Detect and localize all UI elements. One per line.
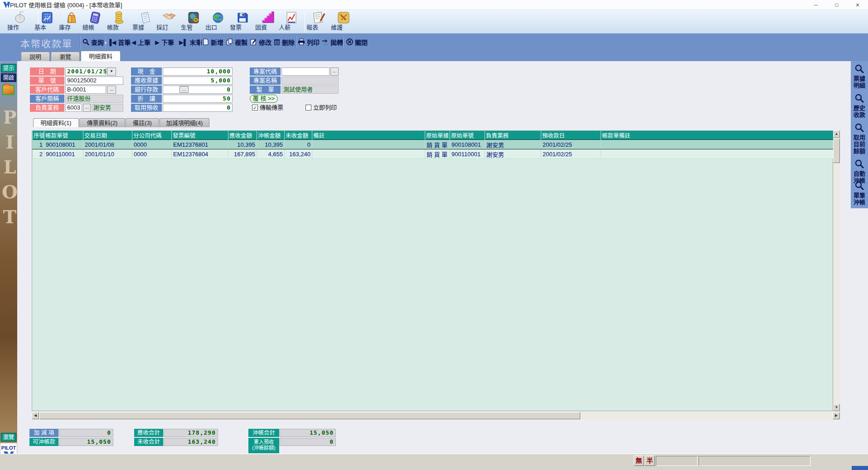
project-code-input[interactable] <box>281 67 330 76</box>
command-separator <box>343 36 344 48</box>
tab-detail[interactable]: 明細資料 <box>81 51 121 61</box>
toolbar-item-inventory[interactable]: 庫存 <box>59 11 84 33</box>
open-button[interactable]: 開啟 <box>1 73 16 82</box>
col-source-no[interactable]: 原始單號 <box>450 131 485 140</box>
vertical-scrollbar[interactable] <box>833 130 840 411</box>
vertical-scroll-thumb[interactable] <box>833 138 840 163</box>
col-offset[interactable]: 沖帳金額 <box>257 131 285 140</box>
bank-deposit-input[interactable]: 0 <box>163 86 233 94</box>
scroll-right-button[interactable]: ▶ <box>833 412 840 419</box>
receivable-total-label: 應收合計 <box>134 429 163 437</box>
maximize-button[interactable]: □ <box>826 0 847 10</box>
customer-code-input[interactable]: B-0001 <box>65 86 106 94</box>
scroll-up-button[interactable]: ▲ <box>833 130 840 138</box>
table-row[interactable]: 2 900110001 2001/01/10 0000 EM12376804 1… <box>33 149 834 159</box>
toolbar-item-ledger[interactable]: 總帳 <box>82 11 108 33</box>
toolbar-item-reports[interactable]: 報表 <box>306 11 332 33</box>
salesperson-lookup-button[interactable]: ... <box>83 104 91 112</box>
use-current-balance-button[interactable]: 取用 目前 餘額 <box>851 123 868 154</box>
note-detail-button[interactable]: 票據 明細 <box>851 64 868 89</box>
prev-record-button[interactable]: ◀ 上筆 <box>131 36 150 48</box>
col-source-type[interactable]: 原始單據 <box>425 131 450 140</box>
edit-button[interactable]: 修改 <box>250 36 272 48</box>
toolbar-item-maintenance[interactable]: 維護 <box>331 11 356 33</box>
toolbar-item-export[interactable]: 出口 <box>205 11 231 33</box>
next-record-button[interactable]: ▶ 下筆 <box>155 36 174 48</box>
last-record-button[interactable]: ▶▌ 末筆 <box>179 36 202 48</box>
col-unreceived[interactable]: 未收金額 <box>285 131 312 140</box>
toolbar-item-notes[interactable]: 票據 <box>132 11 158 33</box>
tab-description[interactable]: 說明 <box>21 52 50 61</box>
print-button[interactable]: 列印 <box>298 36 320 48</box>
project-code-lookup-button[interactable]: ... <box>330 67 339 76</box>
print-now-checkbox[interactable] <box>305 105 311 110</box>
date-input[interactable]: 2001/01/25 <box>65 67 106 76</box>
col-doc-no[interactable]: 帳款單號 <box>44 131 83 140</box>
use-advance-input[interactable]: 0 <box>163 104 233 112</box>
date-dropdown-button[interactable]: ▼ <box>107 67 116 76</box>
subtab-detail[interactable]: 明細資料(1) <box>33 118 79 127</box>
toolbar-item-purchase[interactable]: 採訂 <box>156 11 182 33</box>
toolbar-item-basic[interactable]: 基本 <box>34 11 60 33</box>
toolbar-item-invoice[interactable]: 發票 <box>230 11 255 33</box>
toolbar-item-hr-payroll[interactable]: 人薪 <box>279 11 304 33</box>
full-width-button[interactable]: 無 <box>634 456 644 466</box>
app-window: PILOT 使用帳目:健檢 {0004} - [本幣收款單] ─ □ × 操作 … <box>0 0 868 470</box>
minimize-button[interactable]: ─ <box>805 0 826 10</box>
history-receipts-button[interactable]: 歷史 收款 <box>851 94 868 118</box>
col-invoice-no[interactable]: 發票編號 <box>172 131 228 140</box>
query-button[interactable]: 查詢 <box>82 36 104 48</box>
use-advance-label: 取用預收 <box>131 104 162 112</box>
new-button[interactable]: 新增 <box>203 36 223 48</box>
cash-input[interactable]: 10,000 <box>163 67 233 76</box>
offset-total-label: 沖帳合計 <box>248 429 279 437</box>
col-branch-code[interactable]: 分公司代碼 <box>132 131 172 140</box>
col-seq[interactable]: 序號 <box>33 131 44 140</box>
table-row[interactable]: 1 900108001 2001/01/08 0000 EM12376801 1… <box>33 140 834 149</box>
col-trade-date[interactable]: 交易日期 <box>83 131 132 140</box>
copy-button[interactable]: 複製 <box>226 36 247 48</box>
col-receivable[interactable]: 應收金額 <box>228 131 257 140</box>
app-logo-icon <box>3 2 10 8</box>
browse-side-button[interactable]: 瀏覽 <box>1 433 16 441</box>
window-resize-corner <box>852 466 868 470</box>
scroll-left-button[interactable]: ◀ <box>32 412 39 419</box>
title-bar: PILOT 使用帳目:健檢 {0004} - [本幣收款單] <box>0 0 868 10</box>
single-offset-button[interactable]: 單筆 沖帳 <box>851 181 868 206</box>
doc-no-input[interactable]: 900125002 <box>65 77 123 85</box>
toolbar-item-fixed-assets[interactable]: 固資 <box>255 11 281 33</box>
col-doc-remark[interactable]: 帳款單備註 <box>601 131 834 140</box>
auto-offset-button[interactable]: 自動 沖帳 <box>851 159 868 184</box>
toolbar-item-production[interactable]: 生管 <box>181 11 206 33</box>
customer-code-lookup-button[interactable]: ... <box>107 86 116 94</box>
detail-table: 序號 帳款單號 交易日期 分公司代碼 發票編號 應收金額 沖帳金額 未收金額 備… <box>32 131 834 159</box>
first-record-button[interactable]: ▐◀ 首筆 <box>107 36 131 48</box>
discount-input[interactable]: 50 <box>163 95 233 103</box>
steps-icon <box>255 11 281 24</box>
col-salesperson[interactable]: 負責業務 <box>485 131 541 140</box>
col-remark[interactable]: 備註 <box>312 131 425 140</box>
transfer-button[interactable]: 拋轉 <box>321 36 343 48</box>
folder-icon[interactable] <box>2 85 15 95</box>
subtab-voucher[interactable]: 傳票資料(2) <box>79 118 125 127</box>
tab-browse[interactable]: 瀏覽 <box>51 52 80 61</box>
bank-deposit-lookup-button[interactable]: ... <box>179 86 189 93</box>
cell-trade-date: 2001/01/08 <box>83 140 132 149</box>
toolbar-item-accounts[interactable]: 帳款 <box>107 11 132 33</box>
toolbar-item-operate[interactable]: 操作 <box>7 11 33 33</box>
delete-button[interactable]: 刪除 <box>274 36 295 48</box>
review-button[interactable]: 覆 核 >> <box>250 95 278 103</box>
notes-receivable-input[interactable]: 5,000 <box>163 77 233 85</box>
scroll-down-button[interactable]: ▼ <box>833 404 840 411</box>
hint-button[interactable]: 提示 <box>1 64 16 72</box>
command-separator <box>104 36 105 48</box>
close-form-button[interactable]: 關閉 <box>346 36 368 48</box>
subtab-remarks[interactable]: 備註(3) <box>126 118 159 127</box>
close-button[interactable]: × <box>847 0 868 10</box>
half-width-button[interactable]: 半 <box>645 456 655 466</box>
salesperson-code-input[interactable]: 6003 <box>65 104 82 112</box>
horizontal-scroll-thumb[interactable] <box>39 412 580 419</box>
transfer-voucher-checkbox[interactable]: ✓ <box>252 105 258 110</box>
col-advance-date[interactable]: 預收款日 <box>541 131 601 140</box>
subtab-adjustments[interactable]: 加減項明細(4) <box>160 118 209 127</box>
